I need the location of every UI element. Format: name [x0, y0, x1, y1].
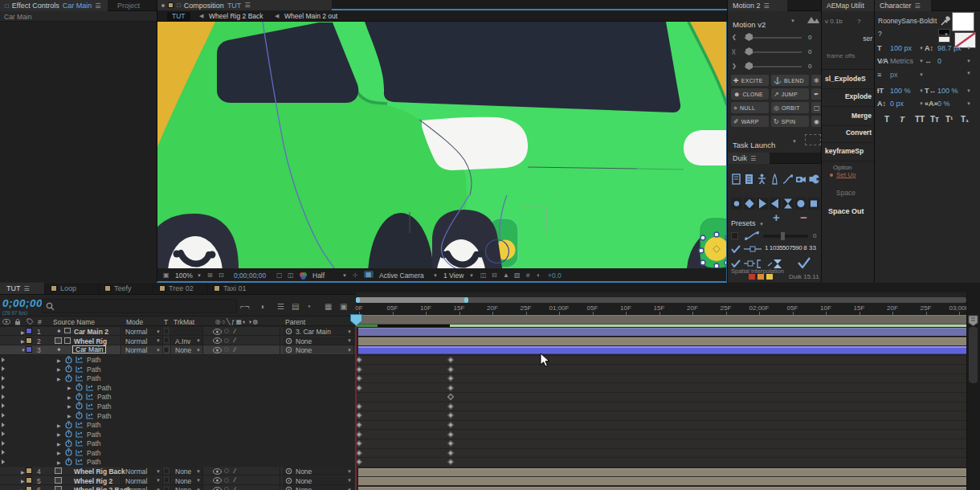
- layer-label-color[interactable]: [26, 346, 32, 353]
- camera-caret-icon[interactable]: ▼: [433, 273, 438, 278]
- motion2-button-warp[interactable]: ✐WARP: [731, 116, 769, 127]
- show-snapshot-icon[interactable]: ◫: [288, 272, 294, 279]
- twirl-arrow-icon[interactable]: ▶: [57, 431, 61, 437]
- kerning-value[interactable]: Metrics: [890, 57, 919, 65]
- duik-copy-icon[interactable]: [731, 174, 742, 185]
- stopwatch-icon[interactable]: [65, 356, 72, 364]
- subscript-button[interactable]: T₁: [961, 115, 969, 124]
- panel-menu-icon[interactable]: ☰: [95, 2, 100, 10]
- twirl-arrow-icon[interactable]: ▶: [67, 403, 71, 409]
- font-style-value[interactable]: ?: [878, 30, 882, 38]
- exposure-value[interactable]: +0.0: [548, 272, 561, 280]
- parent-caret-icon[interactable]: ▼: [347, 338, 352, 343]
- property-row-path[interactable]: ▶Path: [0, 401, 356, 410]
- camera-view-value[interactable]: Active Camera: [379, 272, 424, 280]
- parent-value[interactable]: None: [296, 477, 312, 485]
- keyframe-navigator-icon[interactable]: [2, 413, 5, 418]
- trkmat-value[interactable]: None: [175, 486, 191, 490]
- parent-value[interactable]: None: [296, 468, 312, 476]
- layer-bar-wheel-rig-back[interactable]: [358, 468, 966, 476]
- pickwhip-icon[interactable]: [285, 337, 292, 345]
- duik-apply-check-icon[interactable]: [797, 257, 811, 268]
- property-row-path[interactable]: ▶Path: [0, 410, 356, 420]
- twirl-closed-icon[interactable]: ▶: [21, 329, 25, 335]
- layer-row[interactable]: ▶1✦Car Main 2Normal▼/3. Car Main▼: [0, 327, 356, 337]
- duik-paste-icon[interactable]: [744, 174, 755, 185]
- stopwatch-icon[interactable]: [76, 411, 83, 419]
- solo-switch[interactable]: [224, 468, 229, 473]
- panel-lock-icon[interactable]: □: [5, 2, 9, 10]
- font-size-value-caret-icon[interactable]: ▼: [919, 46, 924, 51]
- duik-check-icon-2[interactable]: [731, 259, 741, 267]
- timeline-nav-icon[interactable]: ▧: [514, 272, 521, 279]
- duik-slider-thumb[interactable]: [781, 232, 785, 240]
- twirl-arrow-icon[interactable]: ▶: [67, 385, 71, 390]
- stopwatch-icon[interactable]: [65, 458, 72, 466]
- horizontal-scale-value-caret-icon[interactable]: ▼: [966, 88, 971, 93]
- motion2-button-orbit[interactable]: ◎ORBIT: [771, 102, 809, 113]
- aemap-set-button[interactable]: ser: [863, 35, 872, 43]
- mode-value[interactable]: Normal: [125, 486, 147, 490]
- aemap-help-button[interactable]: ?: [857, 18, 860, 25]
- trkmat-value[interactable]: A.Inv: [175, 337, 190, 345]
- mask-visibility-icon[interactable]: ⊡: [218, 272, 224, 279]
- vertical-scale-value-caret-icon[interactable]: ▼: [919, 88, 924, 93]
- keyframe-navigator-icon[interactable]: [2, 357, 5, 362]
- aemap-button-merge[interactable]: Merge: [851, 112, 872, 120]
- leading-value[interactable]: 98.7 px: [937, 44, 966, 52]
- layer-visibility-eye-icon[interactable]: [213, 477, 222, 484]
- duik-curve-icon[interactable]: [782, 174, 794, 185]
- keyframe-navigator-icon[interactable]: [2, 450, 5, 455]
- cti-head[interactable]: [350, 314, 362, 326]
- layer-name[interactable]: Wheel Rig Back: [74, 468, 125, 476]
- font-family-value[interactable]: RooneySans-BoldIt: [878, 17, 942, 25]
- motion2-button-nudge[interactable]: ✒NUDGE: [811, 88, 821, 100]
- parent-caret-icon[interactable]: ▼: [347, 329, 352, 334]
- stopwatch-icon[interactable]: [76, 402, 83, 410]
- tracking-value-caret-icon[interactable]: ▼: [966, 59, 971, 63]
- layer-visibility-eye-icon[interactable]: [213, 337, 222, 344]
- duik-rig-icon[interactable]: [757, 174, 768, 185]
- layer-row[interactable]: ▼3✦Car MainNormal▼None▼/None▼: [0, 345, 356, 355]
- property-row-path[interactable]: ▶Path: [0, 429, 356, 439]
- fill-color-swatch[interactable]: [952, 12, 974, 31]
- slider-mode-icon[interactable]: ❮: [732, 34, 737, 40]
- font-size-value[interactable]: 100 px: [890, 44, 919, 52]
- tab-character[interactable]: Character ☰: [875, 0, 931, 11]
- quality-switch-icon[interactable]: /: [233, 328, 237, 335]
- aemap-button-convert[interactable]: Convert: [846, 129, 872, 137]
- aemap-set-up-link[interactable]: Set Up: [836, 171, 855, 178]
- layer-bar-wheel-rig-2-back[interactable]: [358, 487, 966, 490]
- tsume-value[interactable]: 0 %: [937, 100, 966, 108]
- motion2-task-launch[interactable]: Task Launch: [733, 137, 775, 151]
- preserve-transparency-box[interactable]: [164, 468, 169, 474]
- mode-value[interactable]: Normal: [125, 468, 147, 476]
- comp-marker-bin-icon[interactable]: [968, 315, 978, 326]
- goggles-icon[interactable]: ◫: [480, 272, 487, 279]
- solo-switch[interactable]: [224, 347, 229, 352]
- layer-row[interactable]: ▶4Wheel Rig BackNormal▼None▼/None▼: [0, 467, 356, 476]
- kerning-value-caret-icon[interactable]: ▼: [919, 59, 924, 63]
- task-launch-box-icon[interactable]: [805, 134, 821, 145]
- stopwatch-icon[interactable]: [65, 421, 72, 429]
- mode-value[interactable]: Normal: [125, 337, 147, 345]
- stopwatch-icon[interactable]: [76, 393, 83, 401]
- parent-caret-icon[interactable]: ▼: [347, 348, 352, 353]
- resolution-caret-icon[interactable]: ▼: [342, 273, 347, 278]
- layer-bar-car-main-2[interactable]: [358, 328, 966, 336]
- keyframe-navigator-icon[interactable]: [2, 423, 5, 427]
- property-row-path[interactable]: ▶Path: [0, 355, 356, 365]
- twirl-arrow-icon[interactable]: ▶: [67, 394, 71, 400]
- aemap-space-out-button[interactable]: Space Out: [828, 207, 864, 215]
- character-menu-icon[interactable]: ☰: [915, 2, 921, 10]
- preserve-transparency-box[interactable]: [164, 329, 169, 334]
- twirl-arrow-icon[interactable]: ▶: [67, 413, 71, 419]
- preserve-transparency-box[interactable]: [164, 337, 169, 343]
- swatch-white-icon[interactable]: [938, 36, 950, 43]
- layer-label-color[interactable]: [26, 328, 32, 334]
- layer-visibility-eye-icon[interactable]: [213, 487, 222, 490]
- all-caps-button[interactable]: TT: [915, 115, 925, 124]
- baseline-shift-value[interactable]: 0 px: [890, 100, 919, 108]
- trkmat-caret-icon[interactable]: ▼: [196, 348, 201, 353]
- stopwatch-icon[interactable]: [76, 383, 83, 391]
